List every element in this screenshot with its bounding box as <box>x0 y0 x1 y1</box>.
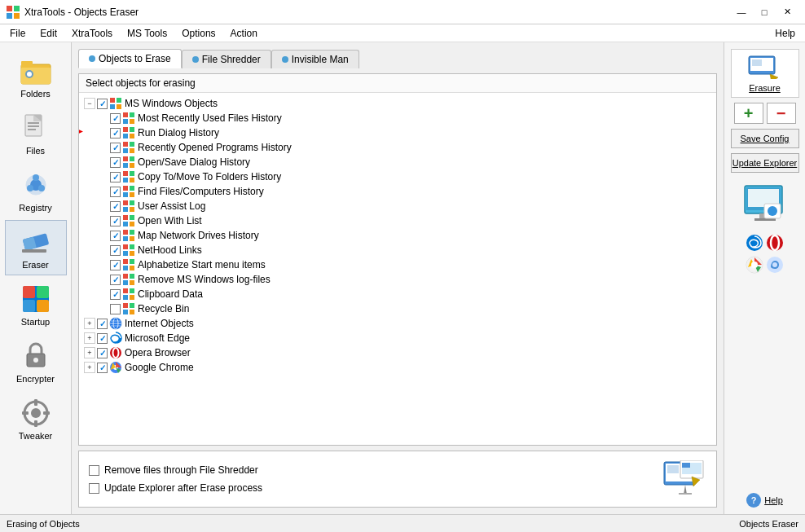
sidebar-item-startup[interactable]: Startup <box>5 277 67 332</box>
tree-item-clipboard[interactable]: Clipboard Data <box>79 287 716 301</box>
tree-item-mru[interactable]: Most Recently Used Files History <box>79 111 716 125</box>
bottom-icon <box>662 460 706 499</box>
clipboard-icon <box>122 288 135 301</box>
svg-marker-48 <box>79 125 83 138</box>
tree-item-open-with[interactable]: Open With List <box>79 213 716 228</box>
sidebar-folders-label: Folders <box>20 89 51 99</box>
checkbox-find-files[interactable] <box>110 187 121 197</box>
tree-item-ms-edge[interactable]: + Microsoft Edge <box>79 331 716 345</box>
erasure-button[interactable]: Erasure <box>731 49 799 98</box>
checkbox-run-dialog[interactable] <box>110 128 121 138</box>
svg-rect-81 <box>123 259 128 264</box>
save-config-button[interactable]: Save Config <box>731 129 799 148</box>
svg-rect-51 <box>123 148 128 153</box>
checkbox-recycle-bin[interactable] <box>110 304 121 314</box>
tree-container[interactable]: − MS Windows Objects <box>79 93 716 445</box>
expand-ms-windows[interactable]: − <box>84 98 95 109</box>
add-button[interactable]: + <box>734 103 763 124</box>
remove-button[interactable]: − <box>767 103 796 124</box>
tab-file-shredder[interactable]: File Shredder <box>182 50 271 68</box>
tree-item-chrome[interactable]: + Google Chrome <box>79 360 716 375</box>
tab-invisible-man[interactable]: Invisible Man <box>271 50 359 68</box>
sidebar-item-eraser[interactable]: Eraser <box>5 220 67 275</box>
expand-opera[interactable]: + <box>84 347 95 358</box>
checkbox-copy-move[interactable] <box>110 172 121 182</box>
ms-edge-label: Microsoft Edge <box>125 332 190 344</box>
checkbox-remove-files[interactable] <box>89 465 99 476</box>
erasure-icon <box>747 55 783 81</box>
checkbox-mru[interactable] <box>110 113 121 124</box>
checkbox-map-network[interactable] <box>110 231 121 241</box>
svg-rect-72 <box>130 222 134 226</box>
sidebar-item-folders[interactable]: Folders <box>5 49 67 104</box>
svg-rect-85 <box>123 274 128 279</box>
checkbox-user-assist[interactable] <box>110 201 121 212</box>
menu-mstools[interactable]: MS Tools <box>121 26 174 41</box>
tree-item-internet[interactable]: + Internet Objects <box>79 316 716 331</box>
tree-item-copy-move[interactable]: Copy To/Move To Folders History <box>79 169 716 184</box>
help-label[interactable]: Help <box>764 495 783 505</box>
svg-rect-33 <box>34 420 37 427</box>
sidebar-item-files[interactable]: Files <box>5 106 67 161</box>
chrome-label: Google Chrome <box>125 362 194 373</box>
tree-item-remove-log[interactable]: Remove MS Windows log-files <box>79 272 716 287</box>
checkbox-open-with[interactable] <box>110 216 121 226</box>
sidebar-item-tweaker[interactable]: Tweaker <box>5 391 67 446</box>
sidebar-item-encrypter[interactable]: Encrypter <box>5 334 67 389</box>
user-assist-icon <box>122 200 135 213</box>
tree-item-user-assist[interactable]: User Assist Log <box>79 199 716 213</box>
menu-action[interactable]: Action <box>224 26 264 41</box>
svg-point-102 <box>110 347 121 358</box>
tree-item-nethood[interactable]: NetHood Links <box>79 243 716 257</box>
svg-rect-37 <box>117 98 121 103</box>
expand-ms-edge[interactable]: + <box>84 332 95 344</box>
tab-objects-label: Objects to Erase <box>99 53 171 64</box>
update-explorer-button[interactable]: Update Explorer <box>731 153 799 173</box>
checkbox-nethood[interactable] <box>110 245 121 256</box>
nethood-icon <box>122 244 135 257</box>
sidebar-item-registry[interactable]: Registry <box>5 163 67 218</box>
tree-item-recycle-bin[interactable]: Recycle Bin <box>79 301 716 316</box>
bottom-option-1[interactable]: Remove files through File Shredder <box>89 464 662 476</box>
tree-item-find-files[interactable]: Find Files/Computers History <box>79 184 716 199</box>
menu-help[interactable]: Help <box>768 26 802 41</box>
svg-rect-112 <box>679 493 692 495</box>
checkbox-update-explorer[interactable] <box>89 483 99 494</box>
tree-item-map-network[interactable]: Map Network Drives History <box>79 228 716 243</box>
checkbox-clipboard[interactable] <box>110 289 121 300</box>
open-with-icon <box>122 214 135 227</box>
checkbox-alphabetize[interactable] <box>110 260 121 270</box>
close-button[interactable]: ✕ <box>776 4 798 20</box>
checkbox-ms-edge[interactable] <box>97 333 108 344</box>
bottom-option-2[interactable]: Update Explorer after Erase process <box>89 482 662 494</box>
checkbox-open-save[interactable] <box>110 157 121 168</box>
svg-rect-93 <box>123 303 128 308</box>
menu-xtratools[interactable]: XtraTools <box>65 26 119 41</box>
checkbox-internet[interactable] <box>97 319 108 329</box>
alphabetize-label: Alphabetize Start menu items <box>138 259 266 270</box>
tree-item-opera[interactable]: + Opera Browser <box>79 345 716 360</box>
checkbox-opera[interactable] <box>97 348 108 358</box>
checkbox-ms-windows[interactable] <box>97 99 108 109</box>
tab-objects-to-erase[interactable]: Objects to Erase <box>78 49 182 68</box>
menu-edit[interactable]: Edit <box>33 26 64 41</box>
tree-item-ms-windows[interactable]: − MS Windows Objects <box>79 96 716 111</box>
checkbox-remove-log[interactable] <box>110 275 121 285</box>
checkbox-recently-opened[interactable] <box>110 143 121 153</box>
tab-dot-2 <box>192 56 199 63</box>
panel-header-text: Select objects for erasing <box>86 77 196 89</box>
tree-item-run-dialog[interactable]: Run Dialog History <box>79 125 716 140</box>
svg-rect-78 <box>130 244 134 249</box>
tree-item-open-save[interactable]: Open/Save Dialog History <box>79 155 716 169</box>
menu-file[interactable]: File <box>3 26 32 41</box>
minimize-button[interactable]: — <box>730 4 753 20</box>
menu-options[interactable]: Options <box>175 26 222 41</box>
registry-icon <box>20 169 52 201</box>
expand-internet[interactable]: + <box>84 318 95 329</box>
expand-chrome[interactable]: + <box>84 362 95 373</box>
find-files-icon <box>122 185 135 198</box>
checkbox-chrome[interactable] <box>97 363 108 373</box>
restore-button[interactable]: □ <box>753 4 776 20</box>
tree-item-alphabetize[interactable]: Alphabetize Start menu items <box>79 257 716 272</box>
tree-item-recently-opened[interactable]: Recently Opened Programs History <box>79 140 716 155</box>
